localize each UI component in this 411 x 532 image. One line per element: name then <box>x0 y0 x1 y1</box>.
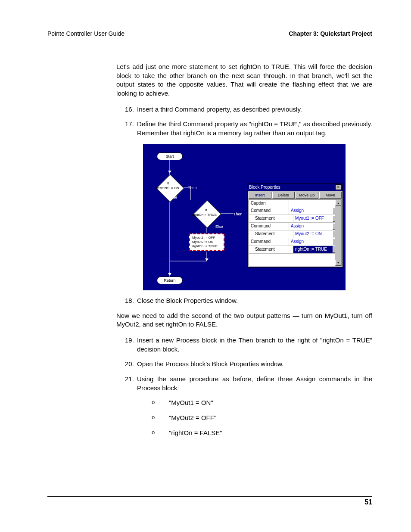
prop-key: Command <box>249 223 289 230</box>
step-number: 21. <box>116 375 137 392</box>
step-16: 16. Insert a third Command property, as … <box>116 105 372 114</box>
property-row: CommandAssign… <box>249 207 341 215</box>
prop-value[interactable]: Myout2 := ON… <box>293 230 341 238</box>
sub-item: o "MyOut2 = OFF" <box>152 414 372 423</box>
flow-return: Return <box>157 277 183 284</box>
process-line: rightOn := TRUE <box>192 244 221 249</box>
flowchart-figure: Start Return If InSwitch1 = ON If rightO… <box>143 144 346 290</box>
body-content: Let's add just one more statement to set… <box>116 62 372 437</box>
prop-key: Statement <box>249 246 293 253</box>
prop-value[interactable] <box>289 200 341 207</box>
step-text: Using the same procedure as before, defi… <box>137 375 372 392</box>
step-19: 19. Insert a new Process block in the Th… <box>116 336 372 354</box>
sub-text: "MyOut2 = OFF" <box>169 414 372 423</box>
close-icon[interactable]: ✕ <box>335 184 341 190</box>
page-footer: 51 <box>47 496 372 506</box>
page-number: 51 <box>364 498 372 506</box>
property-row: CommandAssign… <box>249 223 341 230</box>
step-number: 19. <box>116 336 137 354</box>
move-up-button[interactable]: Move Up <box>296 192 318 199</box>
property-row: StatementrightOn := TRUE… <box>249 246 341 254</box>
step-18: 18. Close the Block Properties window. <box>116 296 372 305</box>
prop-key: Command <box>249 238 289 246</box>
panel-title: Block Properties <box>249 184 280 190</box>
sub-text: "rightOn = FALSE" <box>169 429 372 438</box>
delete-button[interactable]: Delete <box>272 192 295 199</box>
arrow-icon <box>205 258 209 261</box>
prop-value[interactable]: Assign… <box>289 223 341 230</box>
sub-item: o "MyOut1 = ON" <box>152 398 372 408</box>
prop-value[interactable]: Myout1 := OFF… <box>293 215 341 222</box>
bullet: o <box>152 414 169 423</box>
decision-text: If <box>167 181 169 186</box>
prop-value[interactable]: Assign… <box>289 207 341 215</box>
panel-titlebar: Block Properties ✕ <box>248 184 342 191</box>
step-17: 17. Define the third Command property as… <box>116 120 372 137</box>
arrow-icon <box>168 171 171 173</box>
then-label: Then <box>234 212 243 217</box>
property-row: StatementMyout2 := ON… <box>249 230 341 238</box>
step-text: Close the Block Properties window. <box>137 296 372 305</box>
scrollbar[interactable]: ▴ ▾ <box>335 200 341 266</box>
move-button[interactable]: Move <box>319 192 342 199</box>
page-header: Pointe Controller User Guide Chapter 3: … <box>47 30 372 39</box>
decision-text: InSwitch1 = ON <box>155 186 179 190</box>
scroll-down-icon[interactable]: ▾ <box>335 260 341 266</box>
header-left: Pointe Controller User Guide <box>47 30 125 37</box>
prop-value[interactable]: rightOn := TRUE… <box>293 246 341 253</box>
prop-key: Command <box>249 207 289 215</box>
panel-toolbar: Insert Delete Move Up Move <box>248 191 342 199</box>
process-line: Myout1 := OFF <box>192 236 221 240</box>
block-properties-panel: Block Properties ✕ Insert Delete Move Up… <box>247 184 343 268</box>
flow-start: Start <box>157 152 183 160</box>
property-row: StatementMyout1 := OFF… <box>249 215 341 223</box>
header-right: Chapter 3: Quickstart Project <box>289 30 372 37</box>
decision-text: rightOn = TRUE <box>192 212 217 217</box>
bullet: o <box>152 398 169 408</box>
prop-key: Statement <box>249 230 293 238</box>
else-label: Else <box>170 195 177 200</box>
step-number: 17. <box>116 120 137 137</box>
process-line: Myout2 := ON <box>192 240 221 244</box>
arrow-icon <box>168 273 171 276</box>
property-row: Caption <box>249 200 341 207</box>
step-text: Insert a new Process block in the Then b… <box>137 336 372 354</box>
prop-value[interactable]: Assign… <box>289 238 341 246</box>
step-21: 21. Using the same procedure as before, … <box>116 375 372 392</box>
step-20: 20. Open the Process block's Block Prope… <box>116 360 372 369</box>
sub-text: "MyOut1 = ON" <box>169 398 372 408</box>
scroll-up-icon[interactable]: ▴ <box>335 200 341 206</box>
flow-process-block: Myout1 := OFF Myout2 := ON rightOn := TR… <box>189 233 224 251</box>
insert-button[interactable]: Insert <box>249 192 271 199</box>
assign-sublist: o "MyOut1 = ON" o "MyOut2 = OFF" o "righ… <box>152 398 372 437</box>
decision-text: If <box>205 208 207 212</box>
bullet: o <box>152 429 169 438</box>
step-text: Open the Process block's Block Propertie… <box>137 360 372 369</box>
step-text: Insert a third Command property, as desc… <box>137 105 372 114</box>
else-label: Else <box>215 224 223 229</box>
properties-grid: Caption CommandAssign… StatementMyout1 :… <box>249 199 342 266</box>
intro-paragraph: Let's add just one more statement to set… <box>116 62 372 98</box>
mid-paragraph: Now we need to add the second of the two… <box>116 311 372 329</box>
step-number: 18. <box>116 296 137 305</box>
step-number: 16. <box>116 105 137 114</box>
prop-key: Caption <box>249 200 289 207</box>
step-number: 20. <box>116 360 137 369</box>
step-text: Define the third Command property as "ri… <box>137 120 372 137</box>
sub-item: o "rightOn = FALSE" <box>152 429 372 438</box>
then-label: Then <box>188 185 197 190</box>
prop-key: Statement <box>249 215 293 222</box>
property-row: CommandAssign… <box>249 238 341 246</box>
